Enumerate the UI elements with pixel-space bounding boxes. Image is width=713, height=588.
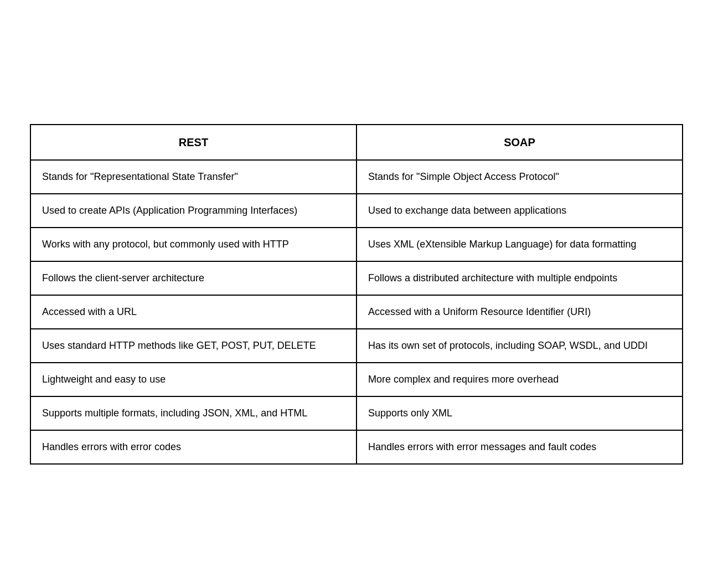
table-row: Lightweight and easy to useMore complex …	[30, 363, 683, 396]
rest-cell-1: Used to create APIs (Application Program…	[30, 194, 356, 228]
soap-cell-5: Has its own set of protocols, including …	[356, 329, 683, 363]
rest-header: REST	[30, 125, 356, 160]
soap-cell-2: Uses XML (eXtensible Markup Language) fo…	[356, 228, 683, 261]
rest-cell-2: Works with any protocol, but commonly us…	[30, 228, 356, 261]
table-row: Used to create APIs (Application Program…	[30, 194, 683, 228]
rest-soap-comparison-table: REST SOAP Stands for "Representational S…	[30, 124, 683, 465]
table-header-row: REST SOAP	[30, 125, 683, 160]
rest-cell-5: Uses standard HTTP methods like GET, POS…	[30, 329, 356, 363]
soap-cell-1: Used to exchange data between applicatio…	[356, 194, 683, 228]
rest-cell-0: Stands for "Representational State Trans…	[30, 160, 356, 194]
soap-cell-4: Accessed with a Uniform Resource Identif…	[356, 295, 683, 329]
table-row: Stands for "Representational State Trans…	[30, 160, 683, 194]
table-row: Supports multiple formats, including JSO…	[30, 396, 683, 430]
rest-cell-3: Follows the client-server architecture	[30, 261, 356, 295]
soap-cell-0: Stands for "Simple Object Access Protoco…	[356, 160, 683, 194]
comparison-table-container: REST SOAP Stands for "Representational S…	[30, 124, 683, 465]
soap-cell-3: Follows a distributed architecture with …	[356, 261, 683, 295]
rest-cell-6: Lightweight and easy to use	[30, 363, 356, 396]
rest-cell-7: Supports multiple formats, including JSO…	[30, 396, 356, 430]
table-row: Accessed with a URLAccessed with a Unifo…	[30, 295, 683, 329]
rest-cell-8: Handles errors with error codes	[30, 430, 356, 464]
table-row: Uses standard HTTP methods like GET, POS…	[30, 329, 683, 363]
rest-cell-4: Accessed with a URL	[30, 295, 356, 329]
table-row: Handles errors with error codesHandles e…	[30, 430, 683, 464]
table-row: Follows the client-server architectureFo…	[30, 261, 683, 295]
table-row: Works with any protocol, but commonly us…	[30, 228, 683, 261]
soap-cell-8: Handles errors with error messages and f…	[356, 430, 683, 464]
soap-cell-6: More complex and requires more overhead	[356, 363, 683, 396]
soap-header: SOAP	[356, 125, 683, 160]
soap-cell-7: Supports only XML	[356, 396, 683, 430]
